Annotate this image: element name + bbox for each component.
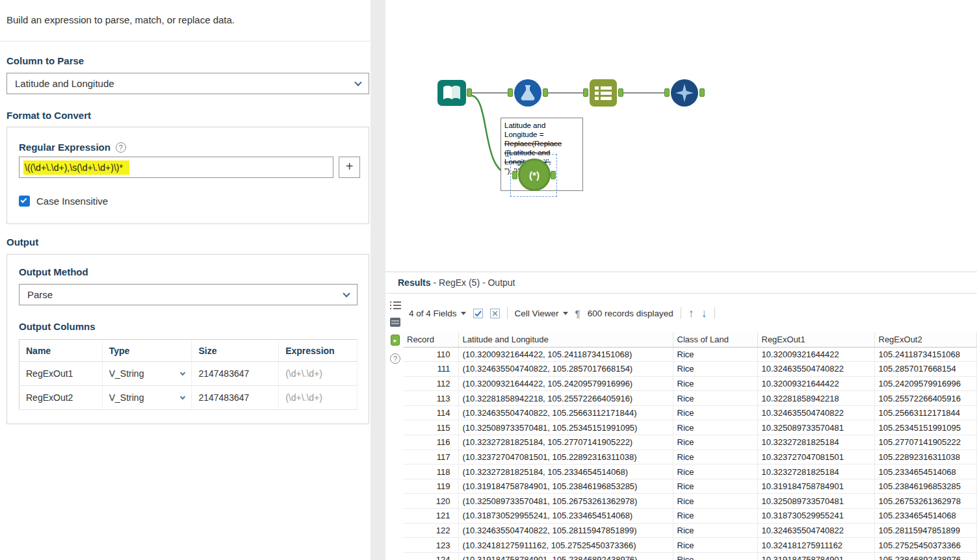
whitespace-toggle-icon[interactable]: ¶ [575, 308, 580, 319]
results-toolbar: 4 of 4 Fields Cell Viewer ¶ 600 records … [409, 305, 715, 322]
table-row[interactable]: 123 (10.324181275911162, 105.27525450373… [403, 538, 977, 553]
table-row[interactable]: 116 (10.32327281825184, 105.277071419052… [403, 435, 977, 450]
tool-input-anchor[interactable] [512, 171, 517, 179]
cell-class-of-land: Rice [673, 479, 757, 494]
chevron-down-icon [180, 370, 185, 375]
cell-regexout1: 10.324635504740822 [757, 523, 874, 538]
cell-viewer-dropdown[interactable]: Cell Viewer [515, 309, 568, 318]
table-row[interactable]: 115 (10.325089733570481, 105.25345151991… [403, 420, 977, 435]
results-title: Results [398, 277, 431, 288]
cell-record: 123 [403, 538, 458, 553]
regex-tool[interactable]: (*) [518, 159, 551, 191]
workflow-canvas[interactable]: Latitude andLongitude =Replace(Replace([… [385, 0, 977, 272]
table-row[interactable]: 114 (10.324635504740822, 105.25663112171… [403, 405, 977, 420]
select-all-fields-icon[interactable] [473, 309, 483, 318]
table-row[interactable]: 120 (10.325089733570481, 105.26753261362… [403, 494, 977, 509]
table-row[interactable]: 117 (10.323727047081501, 105.22892316311… [403, 450, 977, 465]
cell-regexout2: 105.26753261362978 [874, 494, 977, 509]
results-grid: Record Latitude and Longitude Class of L… [403, 333, 977, 560]
records-list-icon[interactable] [390, 301, 401, 310]
panel-splitter[interactable] [371, 0, 385, 560]
type-dropdown-cell[interactable]: V_String [102, 362, 192, 386]
grid-header-record[interactable]: Record [403, 333, 458, 347]
divider [385, 293, 977, 294]
metadata-view-icon[interactable] [390, 318, 400, 327]
output-anchor-indicator[interactable]: ▸ [391, 335, 400, 346]
grid-header-regexout1[interactable]: RegExOut1 [757, 333, 874, 347]
cell-record: 117 [403, 450, 458, 465]
type-dropdown-cell[interactable]: V_String [102, 386, 192, 410]
input-data-tool[interactable] [437, 78, 467, 110]
cell-regexout2: 105.25663112171844 [874, 405, 977, 420]
scroll-up-icon[interactable]: ↑ [688, 307, 694, 319]
grid-header-latlong[interactable]: Latitude and Longitude [458, 333, 673, 347]
tool-output-anchor[interactable] [467, 88, 472, 97]
connection-wires [385, 0, 977, 272]
output-column-size[interactable]: 2147483647 [192, 386, 279, 410]
help-icon[interactable]: ? [390, 353, 400, 364]
table-row[interactable]: 121 (10.318730529955241, 105.23346545140… [403, 509, 977, 524]
column-to-parse-select[interactable]: Latitude and Longitude [7, 73, 369, 94]
tool-input-anchor[interactable] [664, 88, 670, 97]
cell-regexout1: 10.319184758784901 [757, 552, 874, 560]
cell-class-of-land: Rice [673, 465, 757, 479]
cell-regexout1: 10.324635504740822 [757, 362, 874, 377]
output-column-size[interactable]: 2147483647 [192, 362, 279, 386]
tool-input-anchor[interactable] [583, 88, 588, 97]
select-tool[interactable] [589, 79, 618, 110]
tool-output-anchor[interactable] [618, 88, 623, 97]
cell-latlong: (10.32327281825184, 105.2334654514068) [458, 465, 673, 479]
help-icon[interactable]: ? [116, 142, 126, 153]
output-method-select[interactable]: Parse [19, 284, 358, 305]
tool-output-anchor[interactable] [551, 171, 556, 179]
scroll-down-icon[interactable]: ↓ [701, 307, 707, 319]
add-expression-button[interactable]: + [339, 157, 360, 178]
table-row[interactable]: 110 (10.32009321644422, 105.241187341510… [403, 347, 977, 362]
cell-record: 120 [403, 494, 458, 509]
col-header-type: Type [102, 340, 192, 362]
format-groupbox: Regular Expression? \((\d+\.\d+),\s(\d+\… [7, 127, 369, 224]
grid-header-class-of-land[interactable]: Class of Land [673, 333, 757, 347]
regex-input[interactable]: \((\d+\.\d+),\s(\d+\.\d+)\)* [19, 157, 333, 178]
cell-class-of-land: Rice [673, 376, 757, 391]
cell-latlong: (10.319184758784901, 105.23846892438976) [458, 552, 673, 560]
cell-record: 124 [403, 552, 458, 560]
deselect-all-fields-icon[interactable] [490, 309, 500, 318]
output-columns-label: Output Columns [19, 321, 95, 332]
cell-regexout1: 10.32009321644422 [757, 347, 874, 362]
cell-latlong: (10.324635504740822, 105.2857017668154) [458, 362, 673, 377]
annotation-line: Replace(Replace [504, 139, 579, 148]
cell-regexout2: 105.2857017668154 [874, 362, 977, 377]
table-row[interactable]: 111 (10.324635504740822, 105.28570176681… [403, 362, 977, 377]
formula-tool[interactable] [514, 79, 542, 110]
cell-class-of-land: Rice [673, 405, 757, 420]
cell-regexout1: 10.32009321644422 [757, 376, 874, 391]
cell-regexout1: 10.324635504740822 [757, 405, 874, 420]
table-row[interactable]: 118 (10.32327281825184, 105.233465451406… [403, 465, 977, 479]
cell-record: 122 [403, 523, 458, 538]
cell-class-of-land: Rice [673, 420, 757, 435]
browse-tool[interactable] [670, 79, 699, 110]
records-displayed-text: 600 records displayed [588, 309, 673, 318]
tool-input-anchor[interactable] [508, 88, 513, 97]
browse-tool-icon [670, 79, 699, 107]
cell-class-of-land: Rice [673, 347, 757, 362]
fields-dropdown[interactable]: 4 of 4 Fields [409, 309, 466, 318]
table-row[interactable]: 124 (10.319184758784901, 105.23846892438… [403, 552, 977, 560]
cell-class-of-land: Rice [673, 391, 757, 406]
table-row[interactable]: 119 (10.319184758784901, 105.23846196853… [403, 479, 977, 494]
tool-output-anchor[interactable] [543, 88, 548, 97]
cell-record: 114 [403, 405, 458, 420]
case-insensitive-checkbox[interactable] [19, 196, 30, 207]
cell-regexout2: 105.25345151991095 [874, 420, 977, 435]
grid-header-regexout2[interactable]: RegExOut2 [874, 333, 977, 347]
cell-regexout1: 10.323727047081501 [757, 450, 874, 465]
tool-output-anchor[interactable] [699, 88, 705, 97]
cell-record: 121 [403, 509, 458, 524]
table-row[interactable]: 122 (10.324635504740822, 105.28115947851… [403, 523, 977, 538]
cell-regexout1: 10.32327281825184 [757, 435, 874, 450]
fields-summary: 4 of 4 Fields [409, 309, 457, 318]
table-row[interactable]: 112 (10.32009321644422, 105.242095799169… [403, 376, 977, 391]
table-row[interactable]: 113 (10.32281858942218, 105.255722664059… [403, 391, 977, 406]
caret-down-icon [461, 312, 466, 315]
